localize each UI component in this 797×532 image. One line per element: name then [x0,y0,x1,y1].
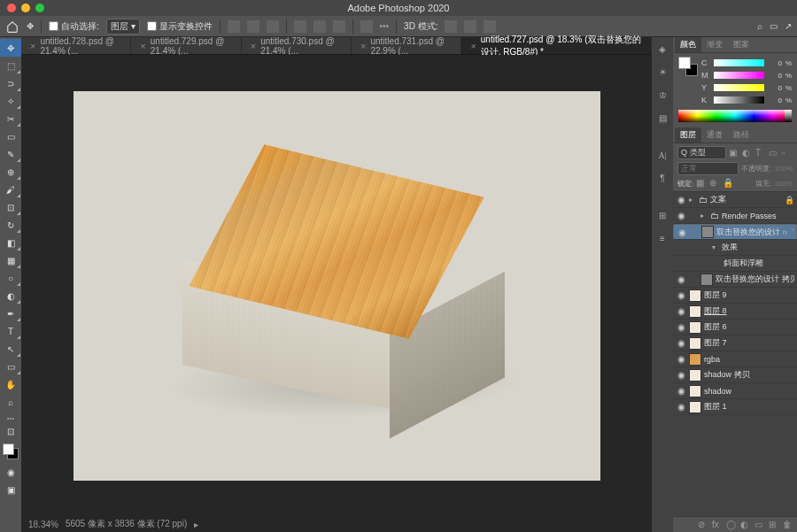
link-layers-icon[interactable]: ⊘ [698,520,708,530]
mode3d-icon-3[interactable] [484,20,496,33]
edit-toolbar[interactable]: ⊡ [0,422,21,440]
distribute-h-icon[interactable] [360,20,373,33]
layer-row[interactable]: ◉▸🗀Render Passes [673,208,797,224]
crop-tool[interactable]: ✂ [0,110,21,127]
layer-row[interactable]: ◉图层 9 [673,288,797,304]
document-tab-0[interactable]: ×untitled.728.psd @ 21.4% (... [21,37,131,54]
auto-select-target[interactable]: 图层 ▾ [106,19,140,35]
layer-row[interactable]: ◉双击替换您的设计fx ˅ [673,224,797,240]
color-swatch[interactable] [3,443,19,459]
layer-row[interactable]: ◉图层 6 [673,320,797,335]
document[interactable] [74,91,600,481]
k-value[interactable]: 0 [768,96,782,104]
document-tab-2[interactable]: ×untitled.730.psd @ 21.4% (... [242,37,352,54]
c-value[interactable]: 0 [768,59,782,67]
brush-tool[interactable]: 🖌 [0,181,21,198]
foreground-swatch[interactable] [3,443,14,455]
properties-icon[interactable]: ▤ [654,110,670,126]
close-tab-icon[interactable]: × [140,41,145,51]
new-group-icon[interactable]: ▭ [754,520,765,530]
align-bottom-icon[interactable] [333,20,345,33]
y-slider[interactable] [714,84,764,91]
close-window[interactable] [7,4,16,12]
visibility-icon[interactable]: ◉ [676,322,686,333]
close-tab-icon[interactable]: × [30,41,35,51]
magic-wand-tool[interactable]: ✧ [0,92,21,110]
move-tool[interactable]: ✥ [0,39,21,57]
visibility-icon[interactable]: ◉ [676,338,686,349]
close-tab-icon[interactable]: × [251,41,256,51]
layer-row[interactable]: ◉shadow 拷贝 [673,367,797,383]
healing-tool[interactable]: ⊕ [0,163,21,181]
doc-info[interactable]: 5605 像素 x 3836 像素 (72 ppi) [66,518,187,530]
history-brush-tool[interactable]: ↻ [0,216,21,234]
workspace-icon[interactable]: ▭ [770,21,778,31]
share-icon[interactable]: ↗ [785,21,792,31]
lock-pixels-icon[interactable]: ▦ [696,178,707,189]
layer-row[interactable]: ◉▸🗀文案🔒 [673,192,797,208]
layer-fx-icon[interactable]: fx [712,520,723,530]
zoom-level[interactable]: 18.34% [28,520,58,529]
hand-tool[interactable]: ✋ [0,375,21,393]
marquee-tool[interactable]: ⬚ [0,57,21,74]
type-tool[interactable]: T [0,322,21,340]
c-slider[interactable] [714,59,764,66]
close-tab-icon[interactable]: × [360,41,366,51]
search-icon[interactable]: ⌕ [757,21,762,31]
maximize-window[interactable] [35,4,44,12]
filter-adj-icon[interactable]: ◐ [742,148,753,158]
visibility-icon[interactable]: ◉ [676,306,686,317]
canvas-area[interactable] [21,55,652,516]
eyedropper-tool[interactable]: ✎ [0,145,21,163]
layer-row[interactable]: 斜面和浮雕 [673,256,797,272]
home-icon[interactable] [5,19,19,34]
fill-value[interactable]: 100% [775,180,793,188]
quickmask-tool[interactable]: ◉ [0,463,21,481]
screenmode-tool[interactable]: ▣ [0,481,21,498]
pen-tool[interactable]: ✒ [0,305,21,322]
close-tab-icon[interactable]: × [470,41,476,51]
paragraph-icon[interactable]: ¶ [654,170,670,186]
tab-gradient[interactable]: 渐变 [701,37,728,52]
libraries-icon[interactable]: ♔ [654,87,670,103]
show-transform-checkbox[interactable]: 显示变换控件 [147,20,213,33]
layer-row[interactable]: ◉图层 7 [673,335,797,351]
filter-type-icon[interactable]: T [755,148,766,158]
adjustment-layer-icon[interactable]: ◐ [740,520,751,530]
fgbg-mini[interactable] [678,57,698,76]
y-value[interactable]: 0 [768,84,782,92]
blur-tool[interactable]: ○ [0,269,21,287]
visibility-icon[interactable]: ◉ [676,290,686,301]
tab-paths[interactable]: 路径 [728,127,754,143]
frame-tool[interactable]: ▭ [0,127,21,145]
brushes-icon[interactable]: ⊞ [654,207,670,223]
visibility-icon[interactable] [676,243,686,253]
align-center-icon[interactable] [247,20,259,33]
dodge-tool[interactable]: ◐ [0,287,21,305]
mode3d-icon-1[interactable] [445,20,457,33]
zoom-tool[interactable]: ⌕ [0,393,21,411]
minimize-window[interactable] [21,4,30,12]
visibility-icon[interactable]: ◉ [676,370,686,381]
path-tool[interactable]: ↖ [0,340,21,358]
character-icon[interactable]: A| [654,147,670,163]
m-value[interactable]: 0 [768,72,782,80]
visibility-icon[interactable]: ◉ [676,195,686,205]
document-tab-3[interactable]: ×untitled.731.psd @ 22.9% (... [352,37,461,54]
layer-row[interactable]: ◉双击替换您的设计 拷贝 [673,272,797,288]
layer-row[interactable]: ▾效果 [673,240,797,256]
blend-mode[interactable]: 正常 [677,162,739,175]
filter-shape-icon[interactable]: ▭ [769,148,779,158]
layer-row[interactable]: ◉图层 1 [673,399,797,415]
layer-row[interactable]: ◉shadow [673,383,797,399]
filter-smart-icon[interactable]: ▫ [782,148,793,158]
layer-kind-filter[interactable]: Q 类型 [677,146,726,159]
layer-row[interactable]: ◉图层 8 [673,304,797,320]
history-panel-icon[interactable]: ◈ [654,41,670,57]
align-left-icon[interactable] [228,20,240,33]
layer-row[interactable]: ◉rgba [673,351,797,367]
visibility-icon[interactable]: ◉ [677,227,687,237]
tab-layers[interactable]: 图层 [675,127,701,143]
delete-layer-icon[interactable]: 🗑 [783,520,793,530]
brush-settings-icon[interactable]: ≡ [654,230,670,246]
